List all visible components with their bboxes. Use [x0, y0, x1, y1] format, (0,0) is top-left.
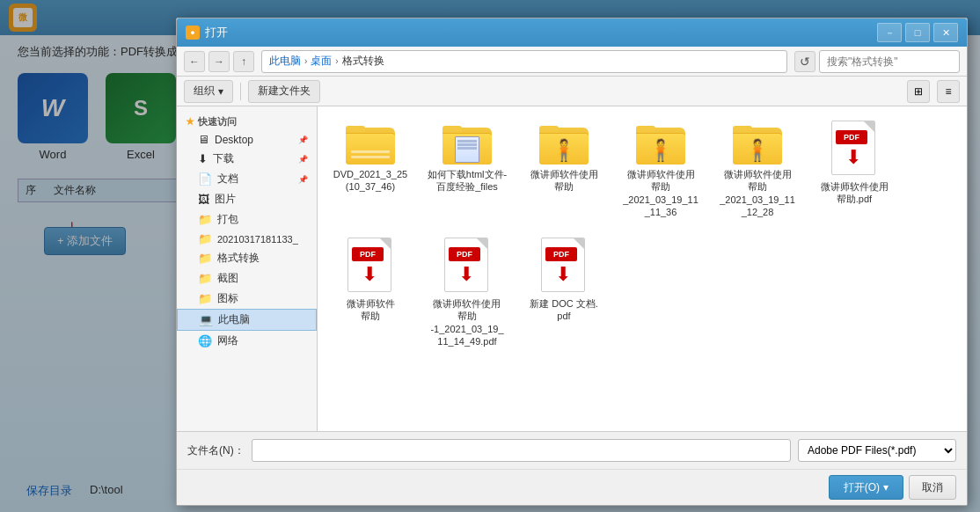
sidebar-item-this-pc[interactable]: 💻 此电脑 — [177, 309, 317, 331]
filename-input[interactable] — [252, 439, 791, 462]
sidebar-item-package[interactable]: 📁 打包 — [177, 209, 317, 230]
refresh-button[interactable]: ↺ — [794, 51, 815, 72]
file-item-help3[interactable]: 🧍 微讲师软件使用帮助_2021_03_19_11_12_28 — [713, 115, 801, 223]
filetype-select[interactable]: Adobe PDF Files(*.pdf) All Files (*.*) — [798, 439, 956, 462]
file-item-help2[interactable]: 🧍 微讲师软件使用帮助_2021_03_19_11_11_36 — [617, 115, 705, 223]
dialog-title: ● 打开 — [186, 25, 228, 40]
desktop-icon: 🖥 — [198, 133, 209, 146]
sidebar-item-screenshot[interactable]: 📁 截图 — [177, 268, 317, 289]
format-icon: 📁 — [198, 252, 212, 265]
sidebar-item-pictures[interactable]: 🖼 图片 — [177, 189, 317, 209]
new-folder-button[interactable]: 新建文件夹 — [248, 80, 320, 103]
dialog-titlebar: ● 打开 － □ ✕ — [177, 18, 967, 47]
sidebar-item-documents[interactable]: 📄 文档 📌 — [177, 169, 317, 189]
icons-folder-icon: 📁 — [198, 292, 212, 305]
up-button[interactable]: ↑ — [233, 51, 254, 72]
file-item-new-doc[interactable]: PDF ⬇ 新建 DOC 文档.pdf — [520, 232, 608, 353]
file-label-pdf1: 微讲师软件使用帮助.pdf — [821, 180, 889, 206]
breadcrumb-sep-1: › — [304, 56, 307, 66]
filename-label: 文件名(N)： — [187, 443, 245, 458]
dialog-actions: 打开(O) ▾ 取消 — [177, 469, 967, 505]
file-item-dvd[interactable]: DVD_2021_3_25(10_37_46) — [326, 115, 414, 223]
documents-icon: 📄 — [198, 172, 212, 186]
dialog-sidebar: ★ 快速访问 🖥 Desktop 📌 ⬇ 下载 📌 📄 文档 📌 🖼 图片 — [177, 106, 318, 431]
close-button[interactable]: ✕ — [933, 23, 958, 42]
pdf-icon-help-pdf: PDF ⬇ — [831, 121, 877, 177]
screenshot-icon: 📁 — [198, 272, 212, 285]
file-item-help1[interactable]: 🧍 微讲师软件使用帮助 — [520, 115, 608, 223]
back-button[interactable]: ← — [184, 51, 205, 72]
pictures-icon: 🖼 — [198, 193, 209, 206]
file-label-help3: 微讲师软件使用帮助_2021_03_19_11_12_28 — [720, 168, 795, 218]
folder-icon-help3: 🧍 — [731, 121, 784, 165]
files-grid: DVD_2021_3_25(10_37_46) — [326, 115, 958, 353]
navigation-bar: ← → ↑ 此电脑 › 桌面 › 格式转换 ↺ — [177, 47, 967, 77]
open-button[interactable]: 打开(O) ▾ — [829, 475, 903, 500]
folder-icon-help1: 🧍 — [538, 121, 590, 165]
breadcrumb-bar: 此电脑 › 桌面 › 格式转换 — [261, 50, 787, 73]
toolbar: 组织 ▾ 新建文件夹 ⊞ ≡ — [177, 77, 967, 106]
window-controls: － □ ✕ — [877, 23, 958, 42]
sidebar-item-desktop[interactable]: 🖥 Desktop 📌 — [177, 130, 317, 149]
folder-20210317-icon: 📁 — [198, 232, 212, 245]
toolbar-separator — [240, 83, 241, 100]
package-icon: 📁 — [198, 213, 212, 226]
sidebar-item-20210317[interactable]: 📁 20210317181133_ — [177, 230, 317, 248]
file-label-html: 如何下载html文件-百度经验_files — [427, 168, 508, 194]
folder-icon-help2: 🧍 — [634, 121, 687, 165]
file-item-pdf3[interactable]: PDF ⬇ 微讲师软件使用帮助-1_2021_03_19_11_14_49.pd… — [423, 232, 511, 353]
organize-button[interactable]: 组织 ▾ — [184, 80, 233, 103]
dialog-title-icon: ● — [186, 26, 200, 40]
file-label-help1: 微讲师软件使用帮助 — [530, 168, 598, 194]
file-item-pdf2[interactable]: PDF ⬇ 微讲师软件帮助 — [326, 232, 414, 353]
file-label-help2: 微讲师软件使用帮助_2021_03_19_11_11_36 — [623, 168, 698, 218]
sidebar-item-network[interactable]: 🌐 网络 — [177, 331, 317, 351]
network-icon: 🌐 — [198, 334, 212, 347]
file-label-new-doc: 新建 DOC 文档.pdf — [530, 297, 598, 323]
maximize-button[interactable]: □ — [905, 23, 930, 42]
files-area: DVD_2021_3_25(10_37_46) — [318, 106, 967, 431]
sidebar-item-downloads[interactable]: ⬇ 下载 📌 — [177, 149, 317, 169]
breadcrumb-item-current: 格式转换 — [342, 54, 384, 69]
open-file-dialog: ● 打开 － □ ✕ ← → ↑ 此电脑 › 桌面 › 格式转换 ↺ 组织 ▾ … — [176, 18, 968, 506]
file-label-pdf3: 微讲师软件使用帮助-1_2021_03_19_11_14_49.pdf — [430, 297, 503, 347]
pdf-icon-1449: PDF ⬇ — [444, 238, 490, 294]
this-pc-icon: 💻 — [199, 313, 213, 326]
forward-button[interactable]: → — [208, 51, 230, 72]
view-toggle-button[interactable]: ⊞ — [907, 80, 930, 103]
file-label-pdf2: 微讲师软件帮助 — [347, 297, 395, 323]
pdf-icon-new-doc: PDF ⬇ — [541, 238, 587, 294]
folder-icon-html — [441, 121, 494, 165]
file-item-html[interactable]: 如何下载html文件-百度经验_files — [423, 115, 511, 223]
breadcrumb-item-desktop[interactable]: 桌面 — [311, 54, 332, 69]
file-label-dvd: DVD_2021_3_25(10_37_46) — [333, 168, 407, 194]
filename-bar: 文件名(N)： Adobe PDF Files(*.pdf) All Files… — [177, 431, 967, 469]
folder-icon-dvd — [344, 121, 397, 165]
quick-access-label: ★ 快速访问 — [177, 112, 317, 130]
pdf-icon-help2: PDF ⬇ — [347, 238, 393, 294]
minimize-button[interactable]: － — [877, 23, 902, 42]
breadcrumb-item-computer[interactable]: 此电脑 — [269, 54, 301, 69]
file-item-pdf1[interactable]: PDF ⬇ 微讲师软件使用帮助.pdf — [810, 115, 898, 223]
search-input[interactable] — [819, 50, 960, 73]
sidebar-item-icons-folder[interactable]: 📁 图标 — [177, 289, 317, 309]
sidebar-item-format[interactable]: 📁 格式转换 — [177, 248, 317, 268]
view-details-button[interactable]: ≡ — [937, 80, 960, 103]
cancel-button[interactable]: 取消 — [909, 475, 956, 500]
dialog-body: ★ 快速访问 🖥 Desktop 📌 ⬇ 下载 📌 📄 文档 📌 🖼 图片 — [177, 106, 967, 431]
downloads-icon: ⬇ — [198, 152, 208, 165]
breadcrumb-sep-2: › — [335, 56, 338, 66]
